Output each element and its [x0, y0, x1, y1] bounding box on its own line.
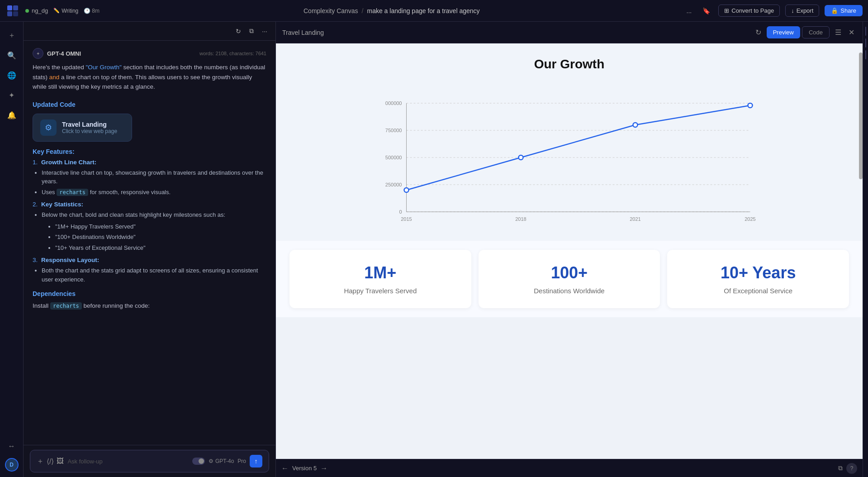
convert-to-page-button[interactable]: ⊞ Convert to Page	[718, 5, 780, 17]
refresh-preview-button[interactable]: ↻	[754, 26, 763, 38]
scrollbar-thumb[interactable]	[859, 52, 863, 179]
tab-preview[interactable]: Preview	[767, 26, 800, 38]
model-icon: ⚙	[209, 458, 213, 464]
close-preview-button[interactable]: ✕	[847, 26, 856, 38]
sidebar-line	[865, 50, 866, 59]
stat-label-destinations: Destinations Worldwide	[488, 287, 651, 295]
convert-icon: ⊞	[724, 7, 729, 14]
toggle-button[interactable]	[192, 458, 205, 465]
stats-grid: 1M+ Happy Travelers Served 100+ Destinat…	[276, 241, 863, 317]
model-label: GPT-4o	[215, 458, 234, 464]
next-version-button[interactable]: →	[320, 464, 327, 472]
svg-rect-1	[13, 5, 18, 10]
chat-input[interactable]	[67, 458, 189, 465]
stat-card-travelers: 1M+ Happy Travelers Served	[289, 250, 471, 308]
menu-icon[interactable]: ☰	[833, 26, 843, 38]
export-icon: ↓	[791, 7, 794, 14]
toggle-knob	[199, 458, 204, 464]
prev-version-button[interactable]: ←	[281, 464, 289, 472]
more-options-button[interactable]: ...	[684, 5, 695, 16]
list-item: Below the chart, bold and clean stats hi…	[42, 210, 266, 219]
chat-content: ✦ GPT-4 OMNI words: 2108, characters: 76…	[24, 41, 275, 445]
chart-svg-wrap: 000000 750000 500000 250000 0 2015 2018 …	[294, 85, 844, 232]
user-online-dot	[25, 9, 29, 13]
features-list: 1. Growth Line Chart: Interactive line c…	[33, 159, 266, 284]
list-item: Both the chart and the stats grid adapt …	[42, 266, 266, 284]
version-label: Version 5	[292, 465, 317, 472]
svg-point-20	[404, 188, 409, 192]
sidebar-item-globe[interactable]: 🌐	[4, 67, 20, 83]
sidebar-item-bell[interactable]: 🔔	[4, 107, 20, 123]
sidebar-item-search[interactable]: 🔍	[4, 47, 20, 63]
topbar: ng_dg ✏️ Writing 🕐 8m Complexity Canvas …	[0, 0, 868, 22]
list-item: 2. Key Statistics: Below the chart, bold…	[33, 201, 266, 252]
model-selector[interactable]: ⚙ GPT-4o	[209, 458, 234, 464]
list-num: 3.	[33, 257, 38, 263]
preview-tabs: Preview Code	[767, 26, 830, 38]
list-item: "1M+ Happy Travelers Served"	[55, 222, 266, 231]
input-icons: ＋ ⟨/⟩ 🖼	[37, 457, 64, 466]
version-bar: ← Version 5 → ⧉ ?	[276, 459, 863, 477]
preview-scrollbar[interactable]	[859, 43, 863, 459]
share-button[interactable]: 🔒 Share	[825, 5, 863, 16]
user-badge: ng_dg	[25, 7, 48, 14]
stat-card-destinations: 100+ Destinations Worldwide	[479, 250, 660, 308]
mode-badge: ✏️ Writing	[53, 8, 78, 14]
send-button[interactable]: ↑	[250, 455, 262, 467]
updated-code-heading: Updated Code	[33, 101, 266, 108]
tab-code[interactable]: Code	[802, 26, 830, 38]
help-button[interactable]: ?	[846, 463, 857, 474]
svg-point-21	[519, 155, 523, 160]
sidebar-line	[865, 27, 866, 36]
feature-title: Key Statistics:	[41, 201, 83, 208]
travel-landing-card[interactable]: ⚙ Travel Landing Click to view web page	[33, 114, 132, 142]
copy-code-button[interactable]: ⧉	[838, 464, 843, 472]
sidebar-item-sparkle[interactable]: ✦	[4, 87, 20, 103]
list-item: Interactive line chart on top, showcasin…	[42, 168, 266, 186]
preview-content[interactable]: Our Growth 000000 750000	[276, 43, 863, 459]
add-attachment-button[interactable]: ＋	[37, 457, 44, 466]
travel-card-icon: ⚙	[40, 119, 57, 136]
input-actions: ⚙ GPT-4o Pro ↑	[192, 455, 262, 467]
dependencies-text: Install recharts before running the code…	[33, 301, 266, 311]
chat-more-button[interactable]: ···	[259, 26, 270, 37]
svg-text:000000: 000000	[385, 100, 402, 106]
breadcrumb-separator: /	[362, 7, 364, 14]
pro-badge: Pro	[237, 458, 246, 464]
svg-point-23	[748, 103, 753, 108]
chat-input-box: ＋ ⟨/⟩ 🖼 ⚙ GPT-4o Pro ↑	[30, 450, 269, 472]
travel-card-subtitle: Click to view web page	[62, 128, 117, 134]
bullet-list: Both the chart and the stats grid adapt …	[33, 266, 266, 284]
sidebar-item-plus[interactable]: ＋	[4, 27, 20, 43]
svg-text:0: 0	[399, 209, 402, 215]
code-button[interactable]: ⟨/⟩	[47, 457, 54, 466]
message-header: ✦ GPT-4 OMNI words: 2108, characters: 76…	[33, 48, 266, 59]
feature-title: Responsive Layout:	[41, 257, 99, 263]
right-sidebar	[863, 22, 868, 477]
stat-value-years: 10+ Years	[676, 263, 840, 282]
svg-text:250000: 250000	[385, 182, 402, 187]
svg-rect-0	[7, 5, 12, 10]
refresh-button[interactable]: ↻	[233, 26, 244, 37]
user-avatar[interactable]: D	[5, 458, 19, 472]
travel-card-text: Travel Landing Click to view web page	[62, 121, 117, 134]
image-button[interactable]: 🖼	[57, 457, 64, 465]
main-layout: ＋ 🔍 🌐 ✦ 🔔 ↔ D ↻ ⧉ ··· ✦ GPT-4 OMNI words…	[0, 22, 868, 477]
bullet-list: Below the chart, bold and clean stats hi…	[33, 210, 266, 252]
version-nav: ← Version 5 →	[281, 464, 327, 472]
sidebar-item-expand[interactable]: ↔	[4, 438, 20, 454]
chat-input-area: ＋ ⟨/⟩ 🖼 ⚙ GPT-4o Pro ↑	[24, 445, 275, 477]
key-features-heading: Key Features:	[33, 148, 266, 155]
preview-header: Travel Landing ↻ Preview Code ☰ ✕	[276, 22, 863, 43]
pkg-tag: recharts	[50, 302, 82, 310]
time-value: 8m	[92, 8, 100, 14]
bookmark-button[interactable]: 🔖	[700, 5, 713, 16]
page-title: make a landing page for a travel agency	[367, 7, 480, 14]
sub-bullet-list: "1M+ Happy Travelers Served" "100+ Desti…	[46, 222, 266, 253]
copy-message-button[interactable]: ⧉	[247, 25, 256, 37]
list-num: 1.	[33, 159, 38, 166]
stat-label-travelers: Happy Travelers Served	[299, 287, 462, 295]
word-count: words: 2108, characters: 7641	[199, 51, 266, 56]
export-button[interactable]: ↓ Export	[785, 5, 819, 17]
stat-value-travelers: 1M+	[299, 263, 462, 282]
